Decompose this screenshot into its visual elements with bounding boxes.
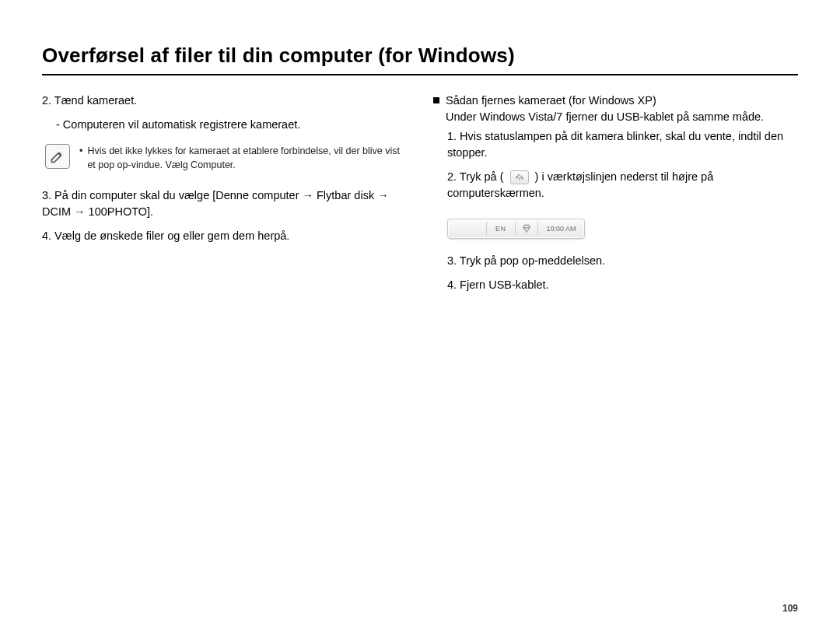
pencil-note-icon: [45, 144, 70, 169]
two-columns: 2. Tænd kameraet. - Computeren vil autom…: [42, 93, 798, 301]
tray-sep: [515, 222, 516, 236]
r-step-2: 2. Tryk på ( ) i værktøjslinjen nederst …: [433, 169, 798, 201]
tray-clock: 10:00 AM: [542, 224, 581, 234]
r-step-2-pre: 2. Tryk på (: [447, 170, 504, 183]
note-line: Hvis det ikke lykkes for kameraet at eta…: [87, 144, 407, 172]
bullet-square-icon: [433, 97, 439, 103]
left-column: 2. Tænd kameraet. - Computeren vil autom…: [42, 93, 407, 301]
safely-remove-icon: [510, 170, 529, 184]
r-step-4: 4. Fjern USB-kablet.: [433, 277, 798, 293]
tray-sep: [537, 222, 538, 236]
section-subtitle: Under Windows Vista/7 fjerner du USB-kab…: [446, 109, 764, 125]
manual-page: Overførsel af filer til din computer (fo…: [0, 0, 840, 634]
tray-sep: [486, 222, 487, 236]
taskbar-tray: EN 10:00 AM: [447, 219, 585, 239]
step-2-sub: - Computeren vil automatisk registrere k…: [42, 117, 407, 133]
step-4: 4. Vælg de ønskede filer og eller gem de…: [42, 228, 407, 244]
tray-spacer: [451, 222, 482, 236]
page-number: 109: [782, 603, 798, 614]
r-step-3: 3. Tryk på pop op-meddelelsen.: [433, 253, 798, 269]
tray-remove-hardware-icon: [520, 222, 534, 236]
step-3: 3. På din computer skal du vælge [Denne …: [42, 187, 407, 220]
right-column: Sådan fjernes kameraet (for Windows XP) …: [433, 93, 798, 301]
step-2: 2. Tænd kameraet.: [42, 93, 407, 109]
r-step-1: 1. Hvis statuslampen på dit kamera blink…: [433, 128, 798, 161]
note-text: Hvis det ikke lykkes for kameraet at eta…: [79, 144, 407, 172]
note-box: Hvis det ikke lykkes for kameraet at eta…: [45, 144, 407, 172]
section-heading: Sådan fjernes kameraet (for Windows XP) …: [433, 93, 798, 125]
title-rule: [42, 74, 798, 75]
section-title: Sådan fjernes kameraet (for Windows XP): [446, 93, 764, 109]
page-title: Overførsel af filer til din computer (fo…: [42, 44, 798, 68]
tray-language: EN: [491, 224, 511, 234]
